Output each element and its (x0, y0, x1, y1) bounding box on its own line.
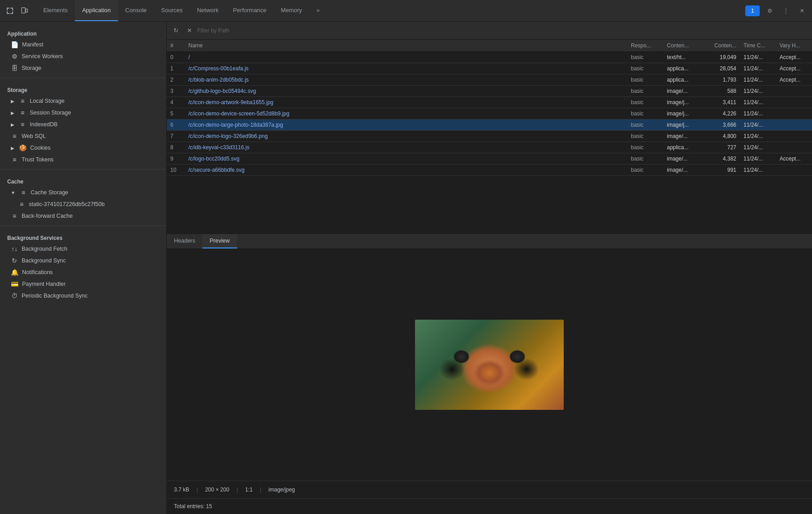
issues-count: 1 (751, 8, 754, 14)
preview-image (415, 320, 564, 410)
tab-elements[interactable]: Elements (36, 0, 75, 21)
sidebar-item-label-cookies: Cookies (30, 145, 50, 151)
toolbar-tabs: Elements Application Console Sources Net… (36, 0, 327, 21)
cell-name: /c/icon-demo-device-screen-5d52d8b9.jpg (185, 108, 627, 119)
sidebar-item-label-periodic-bg-sync: Periodic Background Sync (22, 293, 88, 299)
cell-name: /c/idb-keyval-c33d3116.js (185, 142, 627, 153)
table-row[interactable]: 1 /c/Compress-00b1eafa.js basic applica.… (167, 63, 812, 74)
sidebar-item-service-workers[interactable]: ⚙ Service Workers (0, 50, 166, 62)
sidebar-section-storage: Storage (0, 82, 166, 95)
cell-content-length: 28,054 (704, 63, 740, 74)
table-row[interactable]: 3 /c/github-logo-bc05494c.svg basic imag… (167, 86, 812, 97)
sidebar-item-cache-storage[interactable]: ▼ ≡ Cache Storage (0, 187, 166, 198)
table-row[interactable]: 0 / basic text/ht... 19,049 11/24/... Ac… (167, 52, 812, 63)
sidebar-item-periodic-bg-sync[interactable]: ⏱ Periodic Background Sync (0, 290, 166, 302)
sidebar-item-label-indexeddb: IndexedDB (30, 121, 58, 128)
cell-hash: 7 (167, 131, 185, 142)
cache-storage-arrow-icon: ▼ (11, 190, 15, 195)
sidebar-item-manifest[interactable]: 📄 Manifest (0, 39, 166, 50)
cell-response: basic (627, 74, 663, 86)
tab-memory[interactable]: Memory (274, 0, 309, 21)
cell-time-cached: 11/24/... (740, 52, 776, 63)
tab-headers[interactable]: Headers (167, 234, 202, 248)
sidebar-item-back-forward-cache[interactable]: ≡ Back-forward Cache (0, 210, 166, 222)
sidebar-item-background-sync[interactable]: ↻ Background Sync (0, 255, 166, 266)
cell-content-length: 1,793 (704, 74, 740, 86)
preview-ratio: 1:1 (245, 486, 253, 493)
sidebar-item-storage[interactable]: 🗄 Storage (0, 62, 166, 74)
preview-dimensions: 200 × 200 (205, 486, 229, 493)
preview-area (167, 249, 812, 481)
cell-content-length: 727 (704, 142, 740, 153)
sidebar-item-web-sql[interactable]: ≡ Web SQL (0, 130, 166, 142)
table-row[interactable]: 10 /c/secure-a66bbdfe.svg basic image/..… (167, 165, 812, 176)
cell-name: /c/github-logo-bc05494c.svg (185, 86, 627, 97)
tab-console[interactable]: Console (118, 0, 154, 21)
cell-content-length: 3,411 (704, 97, 740, 108)
cell-response: basic (627, 108, 663, 119)
sidebar-item-cookies[interactable]: ▶ 🍪 Cookies (0, 142, 166, 154)
cell-hash: 8 (167, 142, 185, 153)
tab-sources[interactable]: Sources (154, 0, 190, 21)
session-storage-arrow-icon: ▶ (11, 110, 14, 115)
table-row[interactable]: 8 /c/idb-keyval-c33d3116.js basic applic… (167, 142, 812, 153)
more-options-icon[interactable]: ⋮ (780, 5, 792, 17)
inspect-icon[interactable] (4, 5, 16, 17)
clear-button[interactable]: ✕ (184, 25, 195, 36)
sidebar-item-label-trust-tokens: Trust Tokens (22, 156, 54, 163)
tab-network[interactable]: Network (190, 0, 226, 21)
settings-icon[interactable]: ⚙ (763, 5, 776, 17)
trust-tokens-icon: ≡ (11, 156, 18, 163)
sidebar-item-label-cache-storage: Cache Storage (31, 189, 68, 196)
cell-vary-header: Accept... (776, 74, 812, 86)
cell-time-cached: 11/24/... (740, 97, 776, 108)
cell-content-type: text/ht... (663, 52, 704, 63)
cell-time-cached: 11/24/... (740, 86, 776, 97)
sidebar-item-payment-handler[interactable]: 💳 Payment Handler (0, 278, 166, 290)
sidebar-item-label-payment-handler: Payment Handler (22, 281, 66, 287)
sidebar-item-notifications[interactable]: 🔔 Notifications (0, 266, 166, 278)
content-area: ↻ ✕ # Name Respo... Conten... Conten... … (167, 22, 812, 514)
filter-input[interactable] (197, 28, 808, 34)
table-row[interactable]: 6 /c/icon-demo-large-photo-18da387a.jpg … (167, 119, 812, 131)
sidebar-item-label-background-fetch: Background Fetch (22, 246, 67, 252)
sidebar-item-indexeddb[interactable]: ▶ ≡ IndexedDB (0, 119, 166, 130)
cell-content-type: image/... (663, 131, 704, 142)
sidebar-item-cache-static[interactable]: ≡ static-3741017226db5c27f50b (0, 198, 166, 210)
device-toolbar-icon[interactable] (18, 5, 31, 17)
toolbar-right: 1 ⚙ ⋮ ✕ (745, 5, 808, 17)
cell-hash: 3 (167, 86, 185, 97)
sidebar-item-trust-tokens[interactable]: ≡ Trust Tokens (0, 154, 166, 165)
preview-sep-3: | (260, 486, 261, 493)
cell-time-cached: 11/24/... (740, 142, 776, 153)
sidebar-item-label-manifest: Manifest (22, 41, 43, 48)
cell-content-length: 4,382 (704, 153, 740, 165)
tab-preview[interactable]: Preview (202, 234, 237, 248)
cell-hash: 9 (167, 153, 185, 165)
cell-content-type: image/j... (663, 119, 704, 131)
cell-vary-header (776, 108, 812, 119)
col-header-name: Name (185, 40, 627, 52)
table-row[interactable]: 5 /c/icon-demo-device-screen-5d52d8b9.jp… (167, 108, 812, 119)
sidebar-divider-3 (0, 225, 166, 226)
issues-badge[interactable]: 1 (745, 5, 760, 16)
tab-performance[interactable]: Performance (226, 0, 274, 21)
close-icon[interactable]: ✕ (796, 5, 808, 17)
sidebar-item-session-storage[interactable]: ▶ ≡ Session Storage (0, 107, 166, 119)
cell-hash: 10 (167, 165, 185, 176)
table-row[interactable]: 9 /c/logo-bcc20dd5.svg basic image/... 4… (167, 153, 812, 165)
sidebar-item-label-background-sync: Background Sync (22, 257, 66, 264)
tab-more[interactable]: » (309, 0, 327, 21)
sidebar-item-local-storage[interactable]: ▶ ≡ Local Storage (0, 95, 166, 107)
refresh-button[interactable]: ↻ (170, 25, 181, 36)
cell-time-cached: 11/24/... (740, 153, 776, 165)
sidebar-item-background-fetch[interactable]: ↑↓ Background Fetch (0, 243, 166, 255)
cell-hash: 1 (167, 63, 185, 74)
table-row[interactable]: 2 /c/blob-anim-2db05bdc.js basic applica… (167, 74, 812, 86)
cell-hash: 4 (167, 97, 185, 108)
tab-application[interactable]: Application (75, 0, 118, 21)
table-row[interactable]: 7 /c/icon-demo-logo-326ed9b6.png basic i… (167, 131, 812, 142)
cell-content-type: image/... (663, 153, 704, 165)
cell-response: basic (627, 131, 663, 142)
table-row[interactable]: 4 /c/icon-demo-artwork-9eba1655.jpg basi… (167, 97, 812, 108)
